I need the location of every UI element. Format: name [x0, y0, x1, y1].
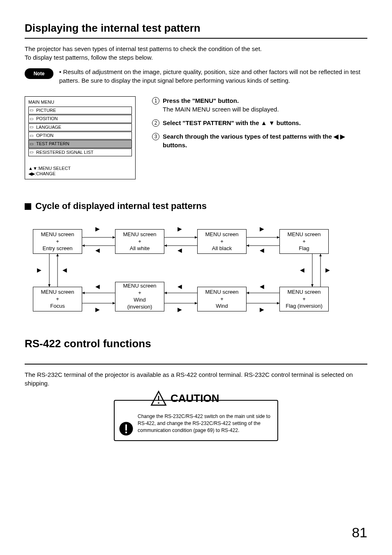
- left-arrow-icon: ◀: [95, 283, 100, 291]
- step-title: Select "TEST PATTERN" with the ▲ ▼ butto…: [163, 118, 367, 127]
- right-arrow-icon: ▶: [95, 306, 100, 314]
- divider: [25, 364, 367, 365]
- right-arrow-icon: ▶: [178, 306, 182, 314]
- menu-label: POSITION: [36, 116, 58, 122]
- note-block: Note • Results of adjustment on the imag…: [25, 67, 367, 85]
- menu-label: OPTION: [36, 132, 53, 139]
- right-arrow-icon: ▶: [95, 225, 100, 233]
- step-2: 2 Select "TEST PATTERN" with the ▲ ▼ but…: [152, 118, 367, 127]
- left-arrow-icon: ◀: [178, 283, 182, 291]
- menu-footer: ▲▼:MENU SELECT ◀▶:CHANGE: [28, 166, 71, 176]
- menu-label: TEST PATTERN: [36, 141, 69, 147]
- intro-text-2: To display test patterns, follow the ste…: [25, 53, 367, 62]
- menu-icon: ▭: [30, 107, 35, 113]
- menu-footer-line1: ▲▼:MENU SELECT: [28, 166, 71, 171]
- left-arrow-icon: ◀: [260, 283, 264, 291]
- menu-item-registered-list: ▭RESISTERED SIGNAL LIST: [28, 149, 132, 156]
- steps-column: 1 Press the "MENU" button. The MAIN MENU…: [152, 96, 367, 154]
- cycle-heading-text: Cycle of displayed internal test pattern…: [35, 200, 207, 213]
- menu-footer-line2: ◀▶:CHANGE: [28, 171, 71, 176]
- right-arrow-icon: ▶: [37, 266, 42, 274]
- left-arrow-icon: ◀: [62, 266, 67, 274]
- note-badge: Note: [25, 68, 53, 79]
- warning-circle-icon: [119, 421, 134, 436]
- step-3: 3 Search through the various types of te…: [152, 132, 367, 149]
- menu-icon: ▭: [30, 124, 35, 130]
- main-menu-screenshot: MAIN MENU ▭PICTURE ▭POSITION ▭LANGUAGE ▭…: [25, 96, 136, 179]
- intro-text-1: The projector has seven types of interna…: [25, 44, 367, 53]
- page-number: 81: [352, 523, 367, 543]
- svg-point-21: [125, 431, 127, 433]
- menu-icon: ▭: [30, 141, 35, 147]
- right-arrow-icon: ▶: [178, 225, 182, 233]
- rs422-intro: The RS-232C terminal of the projector is…: [25, 370, 367, 388]
- square-bullet-icon: [25, 203, 31, 210]
- menu-item-picture: ▭PICTURE: [28, 107, 132, 114]
- left-arrow-icon: ◀: [300, 266, 304, 274]
- caution-text: Change the RS-232C/RS-422 switch on the …: [138, 413, 272, 434]
- right-arrow-icon: ▶: [260, 306, 264, 314]
- menu-label: PICTURE: [36, 107, 56, 114]
- step-title: Press the "MENU" button.: [163, 96, 367, 105]
- rs422-title: RS-422 control functions: [25, 336, 367, 351]
- cycle-heading: Cycle of displayed internal test pattern…: [25, 200, 367, 213]
- step-number: 2: [152, 119, 159, 127]
- note-text: • Results of adjustment on the image, pi…: [59, 67, 367, 85]
- menu-label: RESISTERED SIGNAL LIST: [36, 149, 94, 156]
- page-title: Displaying the internal test pattern: [25, 21, 367, 35]
- right-arrow-icon: ▶: [325, 266, 330, 274]
- step-title: Search through the various types of test…: [163, 132, 367, 149]
- step-subtitle: The MAIN MENU screen will be displayed.: [163, 105, 367, 114]
- menu-icon: ▭: [30, 116, 35, 122]
- content-columns: MAIN MENU ▭PICTURE ▭POSITION ▭LANGUAGE ▭…: [25, 96, 367, 179]
- cycle-arrows: [25, 221, 345, 328]
- left-arrow-icon: ◀: [178, 246, 182, 255]
- menu-icon: ▭: [30, 133, 35, 139]
- menu-item-option: ▭OPTION: [28, 132, 132, 139]
- menu-item-position: ▭POSITION: [28, 115, 132, 123]
- divider: [25, 38, 367, 39]
- caution-frame: Change the RS-232C/RS-422 switch on the …: [114, 400, 278, 441]
- menu-icon: ▭: [30, 149, 35, 155]
- menu-item-test-pattern: ▭TEST PATTERN: [28, 140, 132, 148]
- left-arrow-icon: ◀: [95, 246, 100, 255]
- menu-item-language: ▭LANGUAGE: [28, 123, 132, 131]
- left-arrow-icon: ◀: [260, 246, 264, 255]
- menu-title: MAIN MENU: [28, 99, 132, 105]
- right-arrow-icon: ▶: [260, 225, 264, 233]
- step-number: 3: [152, 133, 159, 140]
- step-number: 1: [152, 97, 159, 104]
- menu-label: LANGUAGE: [36, 124, 61, 130]
- cycle-diagram: MENU screen+Entry screen MENU screen+All…: [25, 221, 367, 328]
- step-1: 1 Press the "MENU" button. The MAIN MENU…: [152, 96, 367, 114]
- caution-box: CAUTION Change the RS-232C/RS-422 switch…: [114, 400, 278, 441]
